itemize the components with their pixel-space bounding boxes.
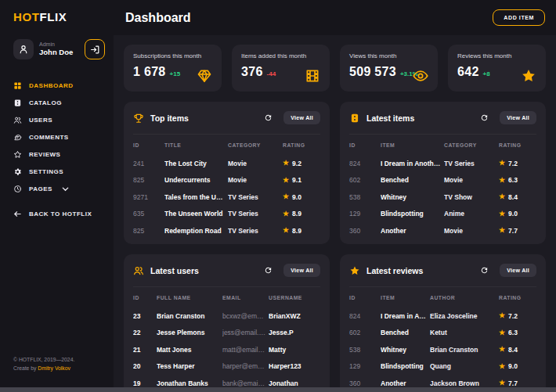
stat-card-views[interactable]: Views this month 509 573 +3.1% xyxy=(340,45,438,92)
table-row[interactable]: 129BlindspottingQuang★9.0 xyxy=(349,358,536,376)
table-cell: ★7.7 xyxy=(499,379,536,387)
table-cell: Ketut xyxy=(430,329,499,336)
sidebar-item-users[interactable]: USERS xyxy=(0,111,114,128)
pages-icon xyxy=(13,185,22,193)
stat-value: 509 573 xyxy=(349,65,396,79)
rating-star-icon: ★ xyxy=(283,160,289,167)
sidebar-item-back-to-hotflix[interactable]: BACK TO HOTFLIX xyxy=(0,205,114,222)
panel-header: Top items View All xyxy=(133,102,320,135)
stats-row: Subscriptions this month 1 678 +15 Items… xyxy=(124,45,546,92)
refresh-button[interactable] xyxy=(262,112,274,124)
brand-logo[interactable]: HOTFLIX xyxy=(0,10,114,23)
table-cell: ★8.9 xyxy=(283,227,320,235)
table-cell: 602 xyxy=(349,329,381,336)
refresh-button[interactable] xyxy=(478,264,490,277)
panel-latest-items: Latest items View All IDITEMCATEGORYRATI… xyxy=(340,102,546,244)
user-panel: Admin John Doe xyxy=(0,39,114,59)
table-cell: Undercurrents xyxy=(164,176,228,184)
table-cell: Movie xyxy=(444,227,499,235)
stat-card-items-added[interactable]: Items added this month 376 -44 xyxy=(232,45,330,92)
table-cell: harper@email.com xyxy=(222,362,269,370)
table-row[interactable]: 602BenchedMovie★6.3 xyxy=(349,172,536,189)
panel-latest-users: Latest users View All IDFULL NAMEEMAILUS… xyxy=(124,254,330,392)
table-cell: ★8.4 xyxy=(499,346,536,354)
horizontal-scrollbar[interactable] xyxy=(0,387,556,392)
page-title: Dashboard xyxy=(125,11,191,25)
table-cell: I Dream in Another Language xyxy=(381,160,444,167)
table-header: IDITEMCATEGORYRATING xyxy=(349,135,536,155)
refresh-icon xyxy=(480,266,489,275)
table-cell: 9271 xyxy=(133,193,164,201)
sidebar-item-settings[interactable]: SETTINGS xyxy=(0,163,114,180)
table-cell: Blindspotting xyxy=(381,362,430,370)
chevron-down-icon xyxy=(61,185,70,193)
refresh-icon xyxy=(264,113,273,122)
sidebar-item-pages[interactable]: PAGES xyxy=(0,180,114,197)
table-cell: 129 xyxy=(349,362,381,370)
app-window: HOTFLIX Admin John Doe DASHBOARD CATALOG xyxy=(0,0,556,392)
view-all-button[interactable]: View All xyxy=(283,264,320,277)
sidebar-item-reviews[interactable]: REVIEWS xyxy=(0,146,114,163)
refresh-button[interactable] xyxy=(478,112,490,124)
table-row[interactable]: 825Redemption RoadTV Series★8.9 xyxy=(133,222,320,239)
stat-card-subscriptions[interactable]: Subscriptions this month 1 678 +15 xyxy=(124,45,222,92)
avatar xyxy=(13,39,34,59)
table-row[interactable]: 825UndercurrentsMovie★9.1 xyxy=(133,172,320,189)
table-row[interactable]: 360AnotherMovie★7.7 xyxy=(349,222,536,239)
rating-value: 8.4 xyxy=(508,193,518,201)
table-row[interactable]: 824I Dream in Another LanguageTV Series★… xyxy=(349,155,536,172)
logout-button[interactable] xyxy=(85,39,105,59)
table-cell: Whitney xyxy=(381,346,430,354)
stat-label: Items added this month xyxy=(241,52,320,59)
view-all-button[interactable]: View All xyxy=(283,111,320,124)
refresh-button[interactable] xyxy=(262,264,274,277)
table-row[interactable]: 20Tess Harperharper@email.comHarper123 xyxy=(133,358,320,376)
table-row[interactable]: 22Jesse Plemonsjess@email.comJesse.P xyxy=(133,325,320,342)
eye-icon xyxy=(413,68,428,84)
table-row[interactable]: 538WhitneyTV Show★8.4 xyxy=(349,189,536,206)
table-cell: ★9.2 xyxy=(283,160,320,167)
comment-icon xyxy=(13,133,22,142)
sidebar-item-catalog[interactable]: CATALOG xyxy=(0,94,114,111)
table-row[interactable]: 9271Tales from the UnderworldTV Series★9… xyxy=(133,189,320,206)
rating-star-icon: ★ xyxy=(499,363,505,370)
view-all-button[interactable]: View All xyxy=(500,264,536,277)
table-row[interactable]: 602BenchedKetut★6.3 xyxy=(349,325,536,342)
column-header: RATING xyxy=(499,142,536,148)
rating-value: 7.7 xyxy=(508,227,518,235)
stat-value: 376 xyxy=(241,65,263,79)
table-row[interactable]: 824I Dream in Another LanguageEliza Josc… xyxy=(349,307,536,325)
author-link[interactable]: Dmitry Volkov xyxy=(38,365,70,371)
rating-star-icon: ★ xyxy=(283,177,289,184)
table-cell: ★9.1 xyxy=(283,176,320,184)
table-row[interactable]: 241The Lost CityMovie★9.2 xyxy=(133,155,320,172)
table-row[interactable]: 538WhitneyBrian Cranston★8.4 xyxy=(349,341,536,358)
table-cell: Movie xyxy=(228,176,283,184)
table-cell: Benched xyxy=(381,329,430,336)
table-cell: Jesse.P xyxy=(269,329,320,336)
sidebar-item-dashboard[interactable]: DASHBOARD xyxy=(0,77,114,94)
table-row[interactable]: 635The Unseen WorldTV Series★8.9 xyxy=(133,206,320,223)
table-cell: TV Series xyxy=(228,227,283,235)
column-header: EMAIL xyxy=(222,295,269,300)
sidebar: HOTFLIX Admin John Doe DASHBOARD CATALOG xyxy=(0,0,114,392)
table-cell: ★7.2 xyxy=(499,160,536,167)
table-cell: Eliza Josceline xyxy=(430,312,499,320)
sidebar-footer: © HOTFLIX, 2019—2024. Create by Dmitry V… xyxy=(0,355,114,373)
table-cell: 21 xyxy=(133,346,157,354)
table-row[interactable]: 21Matt Jonesmatt@email.comMatty xyxy=(133,341,320,358)
stat-card-reviews[interactable]: Reviews this month 642 +8 xyxy=(448,45,546,92)
table-cell: I Dream in Another Language xyxy=(381,312,430,320)
table-row[interactable]: 23Brian Cranstonbcxwz@email.comBrianXWZ xyxy=(133,307,320,325)
add-item-button[interactable]: ADD ITEM xyxy=(493,9,545,26)
table-cell: Quang xyxy=(430,362,499,370)
dashboard-grid-icon xyxy=(13,81,22,90)
view-all-button[interactable]: View All xyxy=(500,111,536,124)
table-cell: 825 xyxy=(133,227,164,235)
table-cell: Jackson Brown xyxy=(430,379,499,387)
dashboard-content: Subscriptions this month 1 678 +15 Items… xyxy=(114,35,556,392)
refresh-icon xyxy=(264,266,273,275)
table-row[interactable]: 129BlindspottingAnime★9.0 xyxy=(349,206,536,223)
table-cell: 19 xyxy=(133,379,157,387)
sidebar-item-comments[interactable]: COMMENTS xyxy=(0,128,114,146)
